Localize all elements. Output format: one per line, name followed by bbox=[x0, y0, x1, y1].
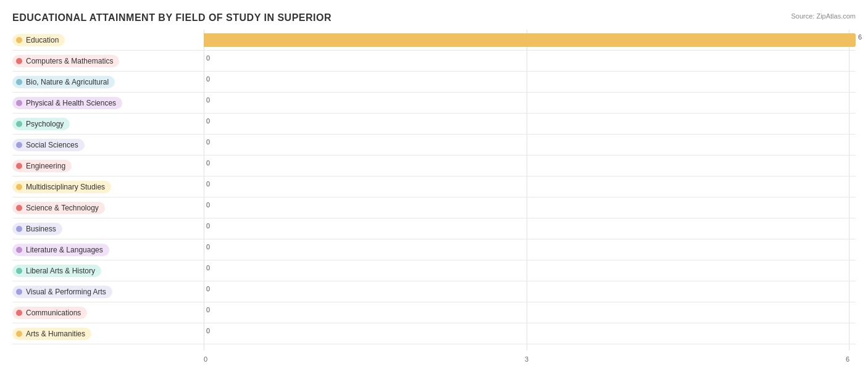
bar-track: 0 bbox=[204, 176, 856, 197]
bar-row: Bio, Nature & Agricultural0 bbox=[12, 72, 856, 93]
bar-value-label: 0 bbox=[206, 159, 210, 167]
x-label-6: 6 bbox=[846, 355, 849, 363]
pill-dot bbox=[16, 58, 22, 64]
bar-track: 0 bbox=[204, 197, 856, 218]
x-axis-labels: 0 3 6 bbox=[204, 355, 849, 363]
bar-value-label: 0 bbox=[206, 54, 210, 62]
bar-row: Visual & Performing Arts0 bbox=[12, 281, 856, 302]
bar-label-container: Multidisciplinary Studies bbox=[12, 181, 204, 193]
bar-track: 6 bbox=[204, 30, 856, 50]
bar-label-container: Education bbox=[12, 34, 204, 46]
bar-label-container: Literature & Languages bbox=[12, 244, 204, 256]
bar-track: 0 bbox=[204, 135, 856, 155]
chart-container: EDUCATIONAL ATTAINMENT BY FIELD OF STUDY… bbox=[0, 0, 868, 390]
bar-label-container: Social Sciences bbox=[12, 139, 204, 151]
chart-title: EDUCATIONAL ATTAINMENT BY FIELD OF STUDY… bbox=[12, 12, 856, 23]
bar-row: Computers & Mathematics0 bbox=[12, 51, 856, 72]
bar-label-text: Multidisciplinary Studies bbox=[26, 183, 105, 191]
bar-row: Literature & Languages0 bbox=[12, 239, 856, 260]
pill-dot bbox=[16, 289, 22, 295]
pill-dot bbox=[16, 310, 22, 316]
bar-value-label: 0 bbox=[206, 96, 210, 104]
bar-label-pill: Physical & Health Sciences bbox=[12, 97, 122, 109]
bar-row: Arts & Humanities0 bbox=[12, 323, 856, 344]
bar-value-label: 0 bbox=[206, 285, 210, 292]
bar-label-pill: Social Sciences bbox=[12, 139, 85, 151]
bar-track: 0 bbox=[204, 218, 856, 239]
bar-row: Social Sciences0 bbox=[12, 135, 856, 156]
bar-track: 0 bbox=[204, 260, 856, 281]
pill-dot bbox=[16, 184, 22, 190]
bar-label-pill: Visual & Performing Arts bbox=[12, 286, 112, 298]
pill-dot bbox=[16, 121, 22, 127]
bar-label-text: Literature & Languages bbox=[26, 246, 103, 254]
bar-label-text: Bio, Nature & Agricultural bbox=[26, 78, 109, 86]
pill-dot bbox=[16, 226, 22, 232]
bar-label-pill: Engineering bbox=[12, 160, 72, 172]
bar-label-text: Physical & Health Sciences bbox=[26, 99, 116, 107]
bar-value-label: 0 bbox=[206, 264, 210, 272]
bar-value-label: 0 bbox=[206, 222, 210, 230]
bar-label-pill: Multidisciplinary Studies bbox=[12, 181, 111, 193]
bar-label-container: Business bbox=[12, 223, 204, 235]
bar-label-container: Bio, Nature & Agricultural bbox=[12, 76, 204, 88]
bar-value-label: 0 bbox=[206, 201, 210, 209]
pill-dot bbox=[16, 205, 22, 211]
bar-row: Communications0 bbox=[12, 302, 856, 323]
bar-row: Science & Technology0 bbox=[12, 197, 856, 218]
x-label-0: 0 bbox=[204, 355, 207, 363]
bar-track: 0 bbox=[204, 93, 856, 113]
bar-label-pill: Psychology bbox=[12, 118, 70, 130]
bar-value-label: 6 bbox=[858, 33, 862, 41]
bar-row: Liberal Arts & History0 bbox=[12, 260, 856, 281]
bar-label-text: Engineering bbox=[26, 162, 65, 170]
bar-value-label: 0 bbox=[206, 180, 210, 188]
bar-label-container: Computers & Mathematics bbox=[12, 55, 204, 67]
bar-track: 0 bbox=[204, 114, 856, 134]
bar-label-text: Science & Technology bbox=[26, 204, 99, 212]
bar-label-container: Science & Technology bbox=[12, 202, 204, 214]
bar-label-container: Arts & Humanities bbox=[12, 328, 204, 340]
pill-dot bbox=[16, 247, 22, 253]
bar-label-pill: Science & Technology bbox=[12, 202, 105, 214]
bar-label-container: Psychology bbox=[12, 118, 204, 130]
bar-label-pill: Arts & Humanities bbox=[12, 328, 91, 340]
bar-track: 0 bbox=[204, 323, 856, 344]
bar-row: Psychology0 bbox=[12, 114, 856, 135]
bar-row: Education6 bbox=[12, 30, 856, 51]
bar-row: Engineering0 bbox=[12, 156, 856, 176]
pill-dot bbox=[16, 79, 22, 85]
bar-label-pill: Business bbox=[12, 223, 62, 235]
pill-dot bbox=[16, 163, 22, 169]
bar-row: Multidisciplinary Studies0 bbox=[12, 176, 856, 197]
bar-value-label: 0 bbox=[206, 243, 210, 251]
bar-label-text: Communications bbox=[26, 309, 81, 317]
bar-track: 0 bbox=[204, 51, 856, 71]
bar-label-container: Engineering bbox=[12, 160, 204, 172]
bar-label-text: Psychology bbox=[26, 120, 64, 128]
bar-row: Business0 bbox=[12, 218, 856, 239]
bar-label-text: Visual & Performing Arts bbox=[26, 288, 106, 296]
bars-area: Education6Computers & Mathematics0Bio, N… bbox=[12, 30, 856, 349]
bar-value-label: 0 bbox=[206, 306, 210, 313]
bar-label-text: Business bbox=[26, 225, 56, 233]
bar-label-pill: Education bbox=[12, 34, 65, 46]
bar-label-container: Physical & Health Sciences bbox=[12, 97, 204, 109]
bar-label-pill: Literature & Languages bbox=[12, 244, 109, 256]
bar-row: Physical & Health Sciences0 bbox=[12, 93, 856, 114]
bar-label-container: Communications bbox=[12, 307, 204, 319]
bar-track: 0 bbox=[204, 239, 856, 260]
bar-value-label: 0 bbox=[206, 327, 210, 334]
bar-label-text: Liberal Arts & History bbox=[26, 267, 95, 275]
pill-dot bbox=[16, 331, 22, 337]
bar-track: 0 bbox=[204, 281, 856, 302]
x-label-3: 3 bbox=[525, 355, 528, 363]
chart-source: Source: ZipAtlas.com bbox=[791, 12, 856, 20]
bar-value-label: 0 bbox=[206, 117, 210, 125]
bar-value-label: 0 bbox=[206, 138, 210, 146]
bar-label-pill: Computers & Mathematics bbox=[12, 55, 119, 67]
pill-dot bbox=[16, 37, 22, 43]
bar-label-pill: Communications bbox=[12, 307, 87, 319]
bar-label-text: Arts & Humanities bbox=[26, 330, 85, 338]
bar-track: 0 bbox=[204, 302, 856, 323]
